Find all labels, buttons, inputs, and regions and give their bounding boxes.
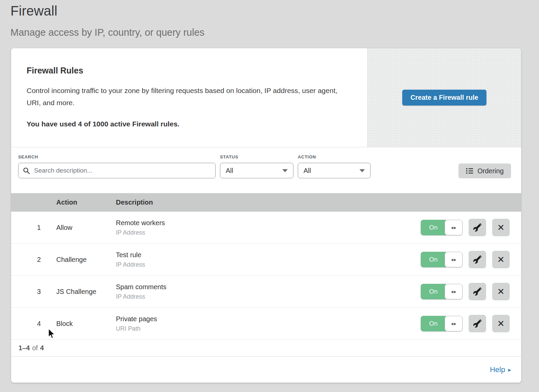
help-link[interactable]: Help ▸	[490, 365, 511, 374]
rule-priority: 4	[11, 320, 56, 328]
toggle-on-label: On	[421, 220, 446, 235]
table-row: 4 Block Private pages URI Path On ◂▸	[11, 308, 521, 340]
delete-rule-button[interactable]: ✕	[492, 219, 510, 236]
edit-rule-button[interactable]	[469, 219, 486, 236]
rule-enabled-toggle[interactable]: On ◂▸	[421, 316, 463, 331]
card-top-section: Firewall Rules Control incoming traffic …	[11, 48, 521, 147]
left-right-arrows-icon: ◂▸	[450, 321, 457, 326]
search-box	[18, 163, 216, 178]
action-filter: ACTION All	[298, 154, 371, 178]
ordering-label: Ordering	[477, 167, 504, 175]
pagination-total: 4	[40, 344, 44, 352]
status-filter: STATUS All	[220, 154, 293, 178]
edit-rule-button[interactable]	[469, 251, 486, 268]
table-row: 3 JS Challenge Spam comments IP Address …	[11, 276, 521, 308]
wrench-icon	[473, 320, 481, 328]
help-label: Help	[490, 365, 505, 374]
search-label: SEARCH	[18, 154, 216, 159]
wrench-icon	[473, 223, 481, 232]
chevron-down-icon	[282, 169, 288, 172]
rules-table-body: 1 Allow Remote workers IP Address On ◂▸	[11, 212, 521, 340]
rule-enabled-toggle[interactable]: On ◂▸	[421, 284, 463, 299]
pagination: 1–4 of 4	[11, 340, 521, 357]
table-row: 1 Allow Remote workers IP Address On ◂▸	[11, 212, 521, 244]
table-header-row: Action Description	[11, 193, 521, 212]
rule-match-type: IP Address	[116, 293, 421, 300]
rule-description: Private pages	[116, 315, 421, 323]
toggle-handle[interactable]: ◂▸	[445, 220, 463, 235]
card-intro: Firewall Rules Control incoming traffic …	[11, 48, 367, 147]
rule-action: Allow	[56, 224, 116, 232]
page-title: Firewall	[10, 3, 539, 19]
wrench-icon	[473, 255, 481, 264]
rule-action: Block	[56, 320, 116, 328]
page-subtitle: Manage access by IP, country, or query r…	[10, 27, 539, 38]
rule-action: Challenge	[56, 256, 116, 264]
page-header: Firewall Manage access by IP, country, o…	[0, 0, 539, 38]
ordering-button[interactable]: Ordering	[458, 163, 511, 178]
list-icon	[466, 168, 473, 174]
rule-enabled-toggle[interactable]: On ◂▸	[421, 220, 463, 235]
toggle-handle[interactable]: ◂▸	[445, 316, 463, 331]
edit-rule-button[interactable]	[469, 315, 486, 332]
filters-bar: SEARCH STATUS All ACTION All	[11, 147, 521, 193]
toggle-handle[interactable]: ◂▸	[445, 252, 463, 267]
x-icon: ✕	[497, 287, 505, 296]
wrench-icon	[473, 288, 481, 296]
pagination-of-label: of	[32, 344, 38, 352]
search-filter: SEARCH	[18, 154, 216, 178]
rule-action: JS Challenge	[56, 288, 116, 296]
search-input[interactable]	[33, 167, 211, 175]
delete-rule-button[interactable]: ✕	[492, 283, 510, 300]
x-icon: ✕	[497, 255, 505, 264]
toggle-on-label: On	[421, 252, 446, 267]
status-select[interactable]: All	[220, 163, 293, 178]
triangle-right-icon: ▸	[508, 366, 511, 373]
status-selected-value: All	[226, 167, 233, 175]
table-row: 2 Challenge Test rule IP Address On ◂▸	[11, 244, 521, 276]
search-icon	[23, 167, 30, 174]
toggle-on-label: On	[421, 316, 446, 331]
rule-priority: 1	[11, 224, 56, 232]
left-right-arrows-icon: ◂▸	[450, 257, 457, 262]
column-header-action: Action	[56, 199, 116, 206]
left-right-arrows-icon: ◂▸	[450, 225, 457, 230]
create-firewall-rule-button[interactable]: Create a Firewall rule	[402, 90, 486, 105]
x-icon: ✕	[497, 223, 505, 232]
action-select[interactable]: All	[298, 163, 371, 178]
firewall-rules-card: Firewall Rules Control incoming traffic …	[11, 48, 521, 383]
create-rule-panel: Create a Firewall rule	[367, 48, 521, 147]
usage-summary: You have used 4 of 1000 active Firewall …	[27, 120, 354, 128]
card-title: Firewall Rules	[27, 66, 354, 76]
status-label: STATUS	[220, 154, 293, 159]
left-right-arrows-icon: ◂▸	[450, 289, 457, 294]
rule-description: Test rule	[116, 251, 421, 259]
rule-match-type: IP Address	[116, 229, 421, 236]
rule-priority: 3	[11, 288, 56, 296]
help-row: Help ▸	[11, 357, 521, 383]
chevron-down-icon	[359, 169, 365, 172]
action-selected-value: All	[304, 167, 311, 175]
rule-description: Spam comments	[116, 283, 421, 291]
rule-priority: 2	[11, 256, 56, 264]
delete-rule-button[interactable]: ✕	[492, 315, 510, 332]
rule-description: Remote workers	[116, 219, 421, 227]
x-icon: ✕	[497, 319, 505, 328]
rules-table: Action Description 1 Allow Remote worker…	[11, 193, 521, 383]
toggle-handle[interactable]: ◂▸	[445, 284, 463, 299]
pagination-range: 1–4	[19, 344, 30, 352]
rule-match-type: IP Address	[116, 261, 421, 268]
delete-rule-button[interactable]: ✕	[492, 251, 510, 268]
edit-rule-button[interactable]	[469, 283, 486, 300]
toggle-on-label: On	[421, 284, 446, 299]
rule-enabled-toggle[interactable]: On ◂▸	[421, 252, 463, 267]
rule-match-type: URI Path	[116, 325, 421, 332]
action-label: ACTION	[298, 154, 371, 159]
card-description: Control incoming traffic to your zone by…	[27, 85, 345, 109]
column-header-description: Description	[116, 199, 510, 206]
